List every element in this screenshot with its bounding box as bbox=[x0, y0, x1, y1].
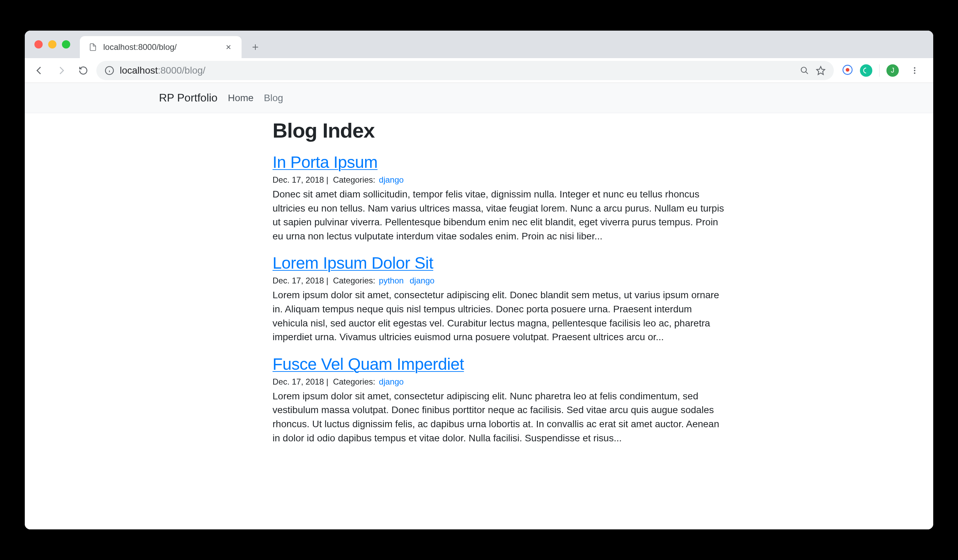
post-category-link[interactable]: django bbox=[379, 377, 404, 386]
browser-window: localhost:8000/blog/ localhost:8000/blog… bbox=[25, 31, 933, 529]
menu-button[interactable] bbox=[906, 62, 923, 79]
post-body: Lorem ipsum dolor sit amet, consectetur … bbox=[273, 389, 727, 445]
post-category-link[interactable]: django bbox=[379, 175, 404, 184]
toolbar: localhost:8000/blog/ J bbox=[25, 58, 933, 83]
bookmark-icon[interactable] bbox=[816, 66, 826, 75]
post-meta: Dec. 17, 2018 | Categories: python djang… bbox=[273, 276, 727, 285]
svg-marker-9 bbox=[817, 66, 825, 74]
post-body: Donec sit amet diam sollicitudin, tempor… bbox=[273, 187, 727, 243]
tab-bar: localhost:8000/blog/ bbox=[25, 31, 933, 58]
nav-link-blog[interactable]: Blog bbox=[264, 93, 283, 104]
extension-icon-2[interactable] bbox=[860, 64, 872, 77]
back-button[interactable] bbox=[30, 62, 48, 79]
divider bbox=[879, 64, 880, 77]
extension-icon-1[interactable] bbox=[842, 64, 853, 77]
svg-point-7 bbox=[801, 67, 806, 72]
tab-title: localhost:8000/blog/ bbox=[103, 42, 177, 52]
svg-point-14 bbox=[914, 70, 915, 71]
blog-post: In Porta IpsumDec. 17, 2018 | Categories… bbox=[273, 153, 727, 243]
window-controls bbox=[35, 40, 70, 49]
post-title-link[interactable]: In Porta Ipsum bbox=[273, 153, 727, 172]
post-category-link[interactable]: django bbox=[410, 276, 435, 285]
url-path: :8000/blog/ bbox=[158, 65, 206, 76]
page-title: Blog Index bbox=[273, 119, 727, 142]
new-tab-button[interactable] bbox=[247, 39, 263, 55]
post-meta: Dec. 17, 2018 | Categories: django bbox=[273, 377, 727, 387]
navbar-brand[interactable]: RP Portfolio bbox=[159, 92, 217, 104]
post-categories-label: Categories: bbox=[333, 175, 376, 184]
zoom-icon[interactable] bbox=[800, 66, 809, 75]
profile-initial: J bbox=[891, 66, 895, 74]
post-title-link[interactable]: Fusce Vel Quam Imperdiet bbox=[273, 354, 727, 373]
post-date: Dec. 17, 2018 bbox=[273, 175, 324, 184]
close-tab-button[interactable] bbox=[224, 42, 233, 52]
nav-link-home[interactable]: Home bbox=[228, 93, 254, 104]
post-title-link[interactable]: Lorem Ipsum Dolor Sit bbox=[273, 253, 727, 272]
maximize-window-button[interactable] bbox=[62, 40, 70, 49]
page-content: RP Portfolio Home Blog Blog Index In Por… bbox=[25, 83, 933, 529]
post-date: Dec. 17, 2018 bbox=[273, 276, 324, 285]
address-bar-actions bbox=[800, 66, 826, 75]
address-bar[interactable]: localhost:8000/blog/ bbox=[96, 61, 834, 80]
blog-post: Lorem Ipsum Dolor SitDec. 17, 2018 | Cat… bbox=[273, 253, 727, 344]
extensions-area: J bbox=[838, 62, 928, 79]
post-body: Lorem ipsum dolor sit amet, consectetur … bbox=[273, 288, 727, 344]
post-categories-label: Categories: bbox=[333, 276, 376, 285]
blog-post: Fusce Vel Quam ImperdietDec. 17, 2018 | … bbox=[273, 354, 727, 445]
post-meta: Dec. 17, 2018 | Categories: django bbox=[273, 175, 727, 185]
svg-point-13 bbox=[914, 67, 915, 68]
url-host: localhost bbox=[120, 65, 158, 76]
site-info-icon[interactable] bbox=[105, 66, 114, 75]
browser-tab[interactable]: localhost:8000/blog/ bbox=[80, 36, 241, 58]
url-text: localhost:8000/blog/ bbox=[120, 65, 205, 76]
profile-avatar[interactable]: J bbox=[887, 64, 899, 77]
file-icon bbox=[88, 42, 98, 52]
svg-point-11 bbox=[846, 68, 850, 71]
svg-point-15 bbox=[914, 72, 915, 74]
post-date: Dec. 17, 2018 bbox=[273, 377, 324, 386]
posts-list: In Porta IpsumDec. 17, 2018 | Categories… bbox=[273, 153, 727, 445]
site-navbar: RP Portfolio Home Blog bbox=[25, 83, 933, 113]
post-categories-label: Categories: bbox=[333, 377, 376, 386]
minimize-window-button[interactable] bbox=[48, 40, 56, 49]
svg-line-8 bbox=[806, 71, 808, 74]
main-container: Blog Index In Porta IpsumDec. 17, 2018 |… bbox=[25, 113, 933, 445]
close-window-button[interactable] bbox=[35, 40, 43, 49]
reload-button[interactable] bbox=[75, 62, 92, 79]
post-category-link[interactable]: python bbox=[379, 276, 404, 285]
forward-button[interactable] bbox=[52, 62, 70, 79]
